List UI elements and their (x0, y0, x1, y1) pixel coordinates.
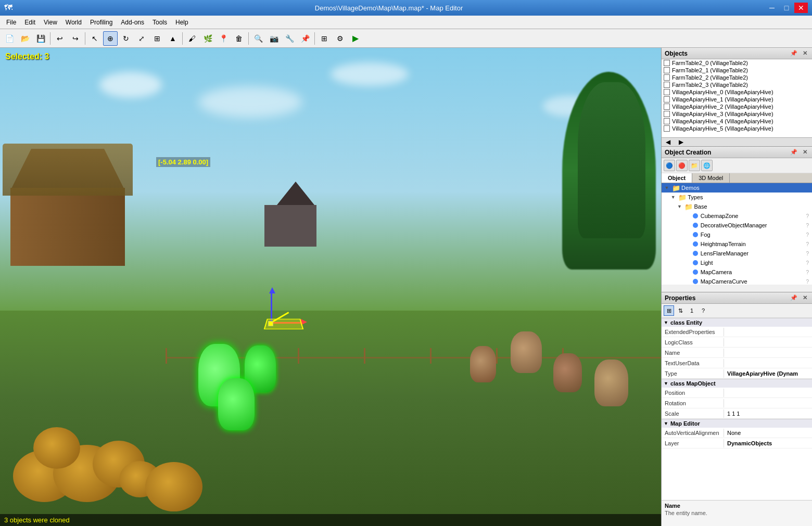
help-icon-6[interactable]: ? (806, 241, 809, 247)
menu-item-add-ons[interactable]: Add-ons (117, 18, 148, 27)
tree-item-0[interactable]: ▼ 📁 Demos (662, 183, 812, 193)
obj-checkbox-3[interactable] (664, 82, 670, 88)
properties-pin-btn[interactable]: 📌 (789, 294, 799, 302)
objects-list-item[interactable]: FarmTable2_0 (VillageTable2) (662, 59, 812, 67)
save-button[interactable]: 💾 (33, 31, 48, 46)
creation-tree[interactable]: ▼ 📁 Demos ▼ 📁 Types ▼ 📁 Base CubemapZone… (662, 183, 812, 285)
props-sort-btn[interactable]: ⇅ (675, 305, 686, 316)
properties-close-btn[interactable]: ✕ (801, 294, 809, 302)
navigate-button[interactable]: 🔧 (282, 31, 297, 46)
help-icon-9[interactable]: ? (806, 270, 809, 275)
tab-3dmodel[interactable]: 3D Model (692, 173, 730, 183)
search-button[interactable]: 🔍 (251, 31, 265, 46)
objects-list-item[interactable]: VillageApiaryHive_1 (VillageApiaryHive) (662, 96, 812, 103)
creation-new-btn[interactable]: 🔵 (664, 160, 675, 171)
tree-item-9[interactable]: MapCamera ? (662, 267, 812, 277)
obj-checkbox-6[interactable] (664, 104, 670, 110)
obj-checkbox-5[interactable] (664, 96, 670, 102)
delete-button[interactable]: 🗑 (232, 31, 246, 46)
foliage-button[interactable]: 🌿 (200, 31, 215, 46)
close-button[interactable]: ✕ (794, 3, 808, 13)
tree-expand-0[interactable]: ▼ (663, 184, 671, 192)
prop-value-2-0[interactable]: None (724, 429, 812, 437)
creation-pin-btn[interactable]: 📌 (789, 148, 799, 156)
prop-value-0-4[interactable]: VillageApiaryHive (Dynam (724, 369, 812, 378)
objects-list-item[interactable]: VillageApiaryHive_0 (VillageApiaryHive) (662, 88, 812, 96)
props-help-btn[interactable]: ? (698, 305, 708, 316)
prop-value-1-1[interactable] (724, 402, 812, 404)
waypoint-button[interactable]: 📌 (298, 31, 312, 46)
obj-checkbox-8[interactable] (664, 118, 670, 124)
objects-list-item[interactable]: FarmTable2_2 (VillageTable2) (662, 74, 812, 81)
obj-checkbox-2[interactable] (664, 74, 670, 81)
objects-list-item[interactable]: VillageApiaryHive_3 (VillageApiaryHive) (662, 110, 812, 118)
tree-item-1[interactable]: ▼ 📁 Types (662, 193, 812, 202)
objects-list-item[interactable]: VillageApiaryHive_2 (VillageApiaryHive) (662, 103, 812, 110)
prop-value-1-0[interactable] (724, 392, 812, 394)
transform-button[interactable]: ⊕ (103, 31, 118, 46)
objects-list-item[interactable]: VillageApiaryHive_5 (VillageApiaryHive) (662, 125, 812, 132)
creation-close-btn[interactable]: ✕ (801, 148, 809, 156)
prop-value-2-1[interactable]: DynamicObjects (724, 439, 812, 447)
help-icon-4[interactable]: ? (806, 223, 809, 228)
select-button[interactable]: ↖ (87, 31, 102, 46)
obj-checkbox-0[interactable] (664, 60, 670, 66)
menu-item-view[interactable]: View (40, 18, 61, 27)
prop-value-0-3[interactable] (724, 362, 812, 364)
props-filter-btn[interactable]: 1 (687, 305, 697, 316)
grid-button[interactable]: ⊞ (317, 31, 332, 46)
obj-checkbox-7[interactable] (664, 111, 670, 117)
help-icon-7[interactable]: ? (806, 251, 809, 256)
snap-button[interactable]: ⊞ (150, 31, 164, 46)
tree-item-10[interactable]: MapCameraCurve ? (662, 277, 812, 285)
settings-button[interactable]: ⚙ (333, 31, 347, 46)
menu-item-edit[interactable]: Edit (20, 18, 40, 27)
creation-globe-btn[interactable]: 🌐 (701, 160, 713, 171)
props-group-header-0[interactable]: ▼class Entity (662, 318, 812, 327)
prop-value-0-1[interactable] (724, 341, 812, 343)
tree-item-5[interactable]: Fog ? (662, 230, 812, 239)
rotate-button[interactable]: ↻ (119, 31, 133, 46)
camera-button[interactable]: 📷 (267, 31, 281, 46)
maximize-button[interactable]: □ (780, 3, 793, 13)
obj-checkbox-4[interactable] (664, 89, 670, 95)
prop-value-0-0[interactable] (724, 331, 812, 333)
objects-pin-btn[interactable]: 📌 (789, 49, 799, 57)
open-button[interactable]: 📂 (18, 31, 32, 46)
tab-object[interactable]: Object (662, 173, 692, 183)
obj-checkbox-1[interactable] (664, 67, 670, 73)
viewport[interactable]: Selected: 3 [-5.04 2.89 0.00] 3 objects … (0, 48, 661, 526)
tree-item-6[interactable]: HeightmapTerrain ? (662, 239, 812, 249)
objects-scroll-left[interactable]: ◀ (662, 138, 675, 146)
objects-scroll-right[interactable]: ▶ (675, 138, 688, 146)
menu-item-world[interactable]: World (61, 18, 86, 27)
props-grid-btn[interactable]: ⊞ (664, 305, 674, 316)
terrain-button[interactable]: ▲ (166, 31, 180, 46)
paint-button[interactable]: 🖌 (185, 31, 199, 46)
prop-value-1-2[interactable]: 1 1 1 (724, 409, 812, 418)
undo-button[interactable]: ↩ (53, 31, 67, 46)
creation-folder-btn[interactable]: 📁 (689, 160, 700, 171)
tree-expand-2[interactable]: ▼ (675, 202, 683, 211)
props-content[interactable]: ▼class Entity ExtendedProperties LogicCl… (662, 318, 812, 500)
prop-value-0-2[interactable] (724, 352, 812, 354)
creation-edit-btn[interactable]: 🔴 (676, 160, 688, 171)
help-icon-5[interactable]: ? (806, 232, 809, 238)
menu-item-file[interactable]: File (2, 18, 20, 27)
play-button[interactable]: ▶ (348, 31, 363, 46)
tree-expand-1[interactable]: ▼ (669, 193, 677, 201)
tree-item-8[interactable]: Light ? (662, 258, 812, 267)
menu-item-help[interactable]: Help (171, 18, 193, 27)
objects-close-btn[interactable]: ✕ (801, 49, 809, 57)
objects-list[interactable]: FarmTable2_0 (VillageTable2)FarmTable2_1… (662, 59, 812, 137)
obj-checkbox-9[interactable] (664, 125, 670, 132)
tree-item-2[interactable]: ▼ 📁 Base (662, 202, 812, 211)
help-icon-3[interactable]: ? (806, 213, 809, 219)
minimize-button[interactable]: ─ (765, 3, 779, 13)
tree-item-4[interactable]: DecorativeObjectManager ? (662, 221, 812, 230)
tree-item-3[interactable]: CubemapZone ? (662, 211, 812, 221)
objects-list-item[interactable]: VillageApiaryHive_4 (VillageApiaryHive) (662, 118, 812, 125)
help-icon-10[interactable]: ? (806, 279, 809, 285)
help-icon-8[interactable]: ? (806, 260, 809, 266)
props-group-header-2[interactable]: ▼Map Editor (662, 419, 812, 428)
